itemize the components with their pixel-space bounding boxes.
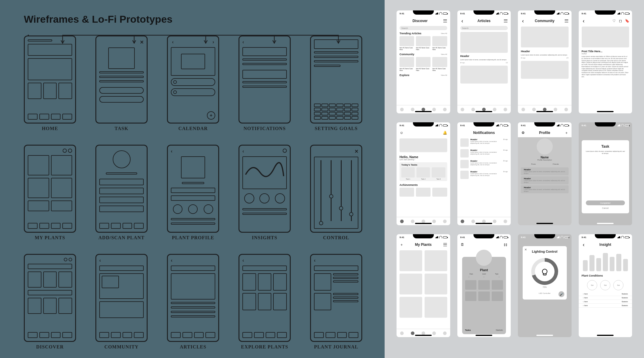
cancel-button[interactable]: Cancel xyxy=(586,207,625,209)
comment-icon[interactable]: ◻ xyxy=(618,19,623,23)
sketch-label-calendar: CALENDAR xyxy=(178,126,208,131)
page-title: Wireframes & Lo-Fi Prototypes xyxy=(24,13,376,25)
add-icon[interactable]: ＋ xyxy=(400,243,404,247)
chart-icon[interactable]: ⫿⫿ xyxy=(504,243,508,247)
sketch-label-insights: INSIGHTS xyxy=(252,235,277,240)
screen-discover: 9:41 Discover Search Trending ArticlesVi… xyxy=(397,10,450,113)
screen-insight: 9:41 Insight Plant Conditions StatStatSt… xyxy=(579,234,632,337)
filter-icon[interactable] xyxy=(564,19,569,23)
sketch-label-articles: ARTICLES xyxy=(180,344,206,350)
lighting-title: Lighting Control xyxy=(525,250,564,253)
sketch-label-task: TASK xyxy=(114,126,128,131)
screen-myplants: 9:41 ＋My Plants xyxy=(397,234,450,337)
sketch-explore: ‹ xyxy=(239,254,291,342)
sketch-label-journal: PLANT JOURNAL xyxy=(314,344,358,350)
filter-icon[interactable] xyxy=(443,243,447,247)
back-button[interactable] xyxy=(582,19,586,23)
avatar xyxy=(537,138,553,155)
sketch-home xyxy=(24,36,76,124)
screen-notifications: 9:41 Notifications HeaderLorem ipsum dol… xyxy=(457,122,511,225)
sketch-community: ‹ xyxy=(95,254,148,342)
user-icon[interactable]: ☺ xyxy=(400,131,404,135)
greeting: Hello, Name xyxy=(397,153,450,159)
sketch-wireframe-panel: Wireframes & Lo-Fi Prototypes HOME ✕ xyxy=(24,13,376,350)
add-icon[interactable]: ＋ xyxy=(564,131,569,135)
lighting-pct: 70% xyxy=(543,286,547,288)
sketch-label-myplants: MY PLANTS xyxy=(35,235,65,240)
filter-icon[interactable] xyxy=(504,19,508,23)
plant-name: Plant xyxy=(465,268,503,272)
screen-lighting: 9:41 ✕ Lighting Control 70% LED Controll… xyxy=(518,234,572,337)
sketch-label-discover: DISCOVER xyxy=(36,344,64,350)
status-time: 9:41 xyxy=(400,12,404,15)
plant-tasks-label: Tasks xyxy=(465,329,471,331)
section-achievements: Achievements xyxy=(400,183,418,186)
sketch-goals xyxy=(310,36,362,124)
calendar-icon[interactable]: 🗓 xyxy=(460,243,465,247)
task-modal: Task Lorem ipsum dolor sit amet, consect… xyxy=(582,140,629,213)
post-title: Post Title Here... xyxy=(579,49,632,53)
sketch-grid: HOME ✕ TASK ‹› + CALENDAR ‹ NOTIFICATION… xyxy=(24,36,376,350)
notification-item[interactable]: HeaderLorem ipsum dolor sit amet, consec… xyxy=(457,137,511,148)
post-author: Author xyxy=(579,53,632,55)
view-all-link[interactable]: View All xyxy=(441,33,447,34)
screen-community: 9:41 Community Header Lorem ipsum dolor … xyxy=(518,10,572,113)
mic-button[interactable]: 🎤 xyxy=(558,291,564,297)
screen-articles: 9:41 Articles Search Header Lorem ipsum … xyxy=(457,10,511,113)
sketch-insights: ‹ xyxy=(239,145,291,233)
nav-title: Articles xyxy=(467,19,501,23)
section-tasks: Today's Tasks xyxy=(401,163,445,166)
search-input[interactable]: Search xyxy=(460,26,508,30)
hifi-mockups-panel: 9:41 Discover Search Trending ArticlesVi… xyxy=(385,0,644,358)
insight-bars xyxy=(579,249,632,273)
sketch-discover xyxy=(24,254,76,342)
back-button[interactable] xyxy=(460,19,465,23)
profile-tabs[interactable]: PostsFriends xyxy=(522,162,567,166)
section-community: Community xyxy=(400,53,414,56)
sketch-control: ✕ xyxy=(310,145,362,233)
sketch-label-explore: EXPLORE PLANTS xyxy=(241,344,288,350)
sketch-addscan xyxy=(95,145,148,233)
bell-icon[interactable]: 🔔 xyxy=(443,131,447,135)
profile-name: Name xyxy=(518,156,572,159)
filter-icon[interactable] xyxy=(443,19,447,23)
section-conditions: Plant Conditions xyxy=(582,274,603,277)
sketch-journal: ‹ xyxy=(310,254,362,342)
sketch-label-plantprofile: PLANT PROFILE xyxy=(172,235,214,240)
back-button[interactable] xyxy=(521,19,525,23)
sketch-label-notifications: NOTIFICATIONS xyxy=(244,126,286,131)
section-trending: Trending Articles xyxy=(400,32,421,35)
sketch-label-home: HOME xyxy=(42,126,58,131)
sketch-myplants xyxy=(24,145,76,233)
sketch-label-goals: SETTING GOALS xyxy=(315,126,357,131)
search-input[interactable]: Search xyxy=(400,26,447,30)
completed-button[interactable]: Completed xyxy=(586,200,625,205)
sketch-label-community: COMMUNITY xyxy=(104,344,139,350)
sketch-articles: ‹ xyxy=(167,254,219,342)
screen-task: 9:41 Task Lorem ipsum dolor sit amet, co… xyxy=(579,122,632,225)
nav-title: Discover xyxy=(400,19,441,23)
screen-home: 9:41 ☺🔔 Hello, Name Let's start planting… xyxy=(397,122,450,225)
bulb-icon xyxy=(542,269,547,274)
screen-post: 9:41 ♡ ◻ 🔖 Post Title Here... Author Lor… xyxy=(579,10,632,113)
screen-profile: 9:41 ⚙Profile＋ Name Profile Description … xyxy=(518,122,572,225)
sketch-calendar: ‹› + xyxy=(167,36,219,124)
sketch-notifications: ‹ xyxy=(239,36,291,124)
section-explore: Explore xyxy=(400,74,409,77)
post-body: Lorem ipsum veniam exercitation sit. Min… xyxy=(579,55,632,78)
sketch-task: ✕ xyxy=(95,36,148,124)
screen-plant: 9:41 🗓⫿⫿ Plant DaysLevelType - - - Tasks… xyxy=(457,234,511,337)
lighting-gauge[interactable] xyxy=(531,258,558,285)
heart-icon[interactable]: ♡ xyxy=(612,19,616,23)
gear-icon[interactable]: ⚙ xyxy=(521,131,525,135)
sketch-label-addscan: ADD/SCAN PLANT xyxy=(98,235,145,240)
bookmark-icon[interactable]: 🔖 xyxy=(625,19,629,23)
sketch-plantprofile: ‹ xyxy=(167,145,219,233)
task-title: Task xyxy=(586,144,625,149)
sketch-label-control: CONTROL xyxy=(323,235,349,240)
back-button[interactable] xyxy=(582,243,586,247)
close-button[interactable]: ✕ xyxy=(524,248,527,251)
